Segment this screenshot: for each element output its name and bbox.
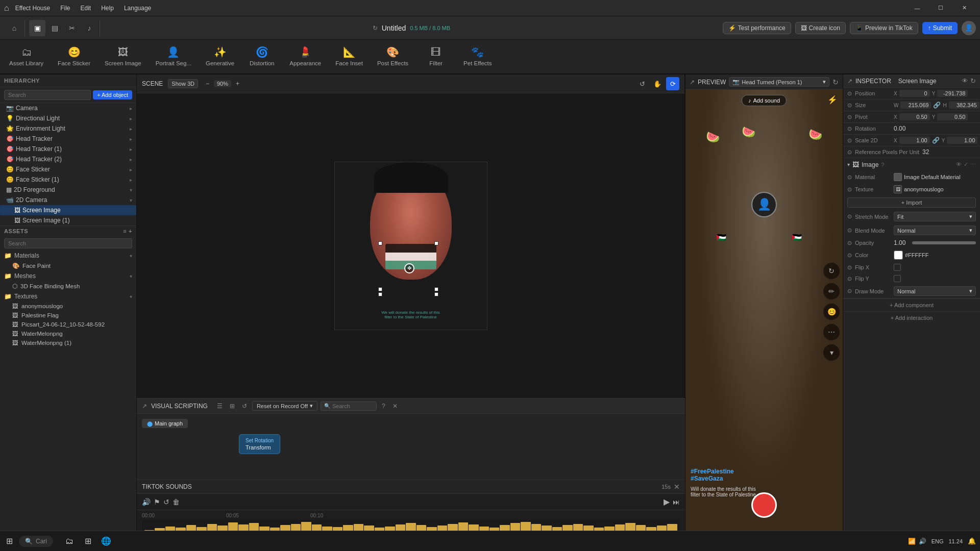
insp-scale-x-value[interactable]: 1.00 — [899, 137, 930, 144]
insp-image-help-icon[interactable]: ? — [881, 162, 884, 168]
vs-expand-icon[interactable]: ↗ — [142, 403, 147, 410]
add-interaction-button[interactable]: + Add interaction — [843, 311, 980, 324]
taskbar-notification-area[interactable]: 📶 🔊 — [908, 538, 926, 545]
preview-down-button[interactable]: ▾ — [823, 344, 840, 361]
vs-set-rotation-node[interactable]: Set Rotation Transform — [239, 434, 280, 454]
preview-tiktok-button[interactable]: 📱 Preview in TikTok — [850, 22, 918, 34]
import-button[interactable]: + Import — [847, 197, 976, 208]
show-3d-button[interactable]: Show 3D — [168, 79, 198, 88]
tab-pet-effects[interactable]: 🐾 Pet Effects — [456, 40, 499, 73]
menu-help[interactable]: Help — [97, 4, 118, 13]
tab-appearance[interactable]: 💄 Appearance — [282, 40, 328, 73]
hier-item-face-sticker[interactable]: 😊 Face Sticker ▸ — [0, 164, 136, 174]
center-transform-handle[interactable]: ✥ — [404, 263, 414, 273]
hier-item-head-tracker[interactable]: 🎯 Head Tracker ▸ — [0, 134, 136, 144]
hier-item-camera[interactable]: 📷 Camera ▸ — [0, 103, 136, 113]
zoom-value[interactable]: 90% — [214, 80, 231, 87]
insp-image-eye-icon[interactable]: 👁 — [956, 161, 962, 168]
taskbar-app-3[interactable]: 🌐 — [98, 533, 114, 549]
insp-drawmode-dropdown[interactable]: Normal ▾ — [894, 286, 976, 296]
preview-sticker-button[interactable]: 😊 — [823, 304, 840, 320]
hier-item-environment-light[interactable]: 🌟 Environment Light ▸ — [0, 123, 136, 134]
transform-handle-tl[interactable] — [378, 241, 382, 245]
inspector-expand-icon[interactable]: ↗ — [847, 78, 852, 85]
preview-expand-icon[interactable]: ↗ — [690, 79, 695, 86]
tab-filter[interactable]: 🎞 Filter — [415, 40, 456, 73]
insp-color-hex[interactable]: #FFFFFF — [905, 252, 928, 258]
insp-size-h-value[interactable]: 382.345 — [949, 102, 979, 109]
tab-face-inset[interactable]: 📐 Face Inset — [328, 40, 370, 73]
preview-flash-icon[interactable]: ⚡ — [827, 95, 838, 105]
preview-add-sound-button[interactable]: ♪ Add sound — [742, 95, 787, 106]
insp-scale-link-icon[interactable]: 🔗 — [932, 137, 940, 144]
vs-refresh-icon[interactable]: ↺ — [240, 402, 249, 411]
scene-sync-button[interactable]: ⟳ — [666, 77, 679, 90]
insp-pivot-y-value[interactable]: 0.50 — [937, 113, 968, 120]
start-button[interactable]: ⊞ — [4, 534, 15, 548]
transform-handle-bottom-r[interactable] — [434, 292, 438, 296]
asset-item-watermelon[interactable]: 🖼 WaterMelonpng — [0, 329, 136, 338]
home-button[interactable]: ⌂ — [6, 20, 22, 36]
tab-generative[interactable]: ✨ Generative — [199, 40, 241, 73]
ts-close-icon[interactable]: ✕ — [674, 483, 680, 491]
tab-portrait-seg[interactable]: 👤 Portrait Seg... — [149, 40, 199, 73]
assets-add-icon[interactable]: + — [129, 228, 132, 234]
insp-image-check-icon[interactable]: ✓ — [964, 161, 968, 168]
asset-group-textures-header[interactable]: 📁 Textures ▾ — [0, 291, 136, 302]
insp-pos-x-value[interactable]: 0 — [899, 90, 930, 97]
hier-item-head-tracker-1[interactable]: 🎯 Head Tracker (1) ▸ — [0, 144, 136, 154]
ts-loop-button[interactable]: ↺ — [163, 498, 169, 506]
preview-refresh-side-button[interactable]: ↻ — [823, 263, 840, 279]
asset-item-3d-face[interactable]: ⬡ 3D Face Binding Mesh — [0, 281, 136, 291]
audio-button[interactable]: ♪ — [81, 20, 97, 36]
asset-item-face-paint[interactable]: 🎨 Face Paint — [0, 261, 136, 271]
ts-mute-button[interactable]: 🔊 — [142, 498, 151, 506]
add-component-button[interactable]: + Add component — [843, 298, 980, 311]
transform-handle-bl[interactable] — [378, 287, 382, 291]
asset-item-picsart[interactable]: 🖼 Picsart_24-06-12_10-52-48-592 — [0, 320, 136, 329]
insp-image-section-header[interactable]: ▾ 🖼 Image ? 👁 ✓ ⋯ — [843, 158, 980, 171]
zoom-plus-button[interactable]: + — [233, 79, 242, 88]
tab-distortion[interactable]: 🌀 Distortion — [241, 40, 282, 73]
insp-pos-y-value[interactable]: -291.738 — [937, 90, 968, 97]
preview-refresh-icon[interactable]: ↻ — [832, 78, 839, 86]
taskbar-app-2[interactable]: ⊞ — [80, 533, 96, 549]
taskbar-language[interactable]: ENG — [932, 538, 944, 544]
insp-blend-dropdown[interactable]: Normal ▾ — [894, 226, 976, 235]
vs-help-icon[interactable]: ? — [380, 402, 387, 411]
asset-group-materials-header[interactable]: 📁 Materials ▾ — [0, 251, 136, 261]
asset-item-palestine-flag[interactable]: 🖼 Palestine Flag — [0, 311, 136, 320]
transform-handle-br[interactable] — [434, 287, 438, 291]
add-object-button[interactable]: + Add object — [93, 90, 132, 99]
insp-color-swatch[interactable] — [894, 251, 903, 260]
ts-skip-button[interactable]: ⏭ — [673, 498, 680, 506]
ts-play-button[interactable]: ▶ — [664, 497, 670, 507]
insp-opacity-bar[interactable] — [912, 241, 976, 244]
close-button[interactable]: ✕ — [952, 0, 976, 16]
tab-face-sticker[interactable]: 😊 Face Sticker — [51, 40, 97, 73]
hierarchy-search-input[interactable] — [4, 90, 91, 100]
insp-stretch-dropdown[interactable]: Fit ▾ — [894, 212, 976, 221]
preview-brush-button[interactable]: ✏ — [823, 283, 840, 299]
asset-group-meshes-header[interactable]: 📁 Meshes ▾ — [0, 271, 136, 281]
tab-post-effects[interactable]: 🎨 Post Effects — [370, 40, 415, 73]
zoom-minus-button[interactable]: − — [203, 79, 212, 88]
inspector-refresh-icon[interactable]: ↻ — [970, 77, 976, 85]
hier-item-head-tracker-2[interactable]: 🎯 Head Tracker (2) ▸ — [0, 154, 136, 164]
menu-file[interactable]: File — [56, 4, 74, 13]
minimize-button[interactable]: — — [905, 0, 929, 16]
test-performance-button[interactable]: ⚡ Test performance — [723, 22, 791, 34]
vs-search-input[interactable] — [332, 403, 373, 409]
vs-reset-dropdown[interactable]: Reset on Record Off ▾ — [252, 401, 317, 411]
ts-delete-button[interactable]: 🗑 — [173, 498, 180, 506]
vs-main-graph-tab[interactable]: ⬤ Main graph — [142, 419, 188, 428]
taskbar-notifications-button[interactable]: 🔔 — [968, 537, 976, 545]
menu-language[interactable]: Language — [120, 4, 155, 13]
hier-item-directional-light[interactable]: 💡 Directional Light ▸ — [0, 113, 136, 123]
search-bar[interactable]: 🔍 Cari — [19, 536, 53, 547]
insp-flipy-toggle[interactable] — [894, 275, 901, 282]
assets-sort-icon[interactable]: ≡ — [123, 228, 127, 234]
material-swatch[interactable] — [894, 173, 902, 181]
menu-edit[interactable]: Edit — [77, 4, 95, 13]
insp-rotation-value[interactable]: 0.00 — [894, 125, 905, 132]
